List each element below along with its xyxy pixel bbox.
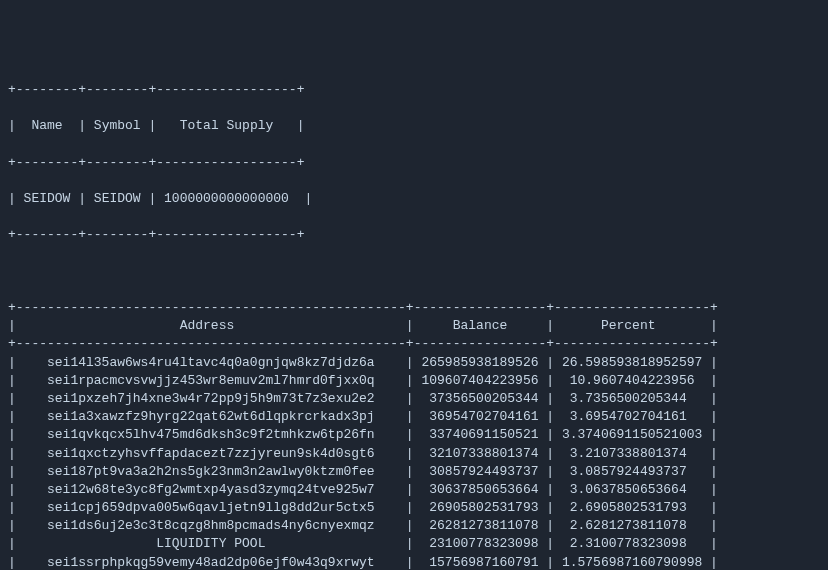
token-name: SEIDOW (24, 191, 71, 206)
spacer (8, 263, 820, 281)
col-header-supply: Total Supply (180, 118, 274, 133)
holders-table-row: | sei1pxzeh7jh4xne3w4r72pp9j5h9m73t7z3ex… (8, 390, 820, 408)
token-table-border-mid: +--------+--------+------------------+ (8, 154, 820, 172)
col-header-name: Name (31, 118, 62, 133)
holders-table-row: | sei1rpacmcvsvwjjz453wr8emuv2ml7hmrd0fj… (8, 372, 820, 390)
token-table-data-row: | SEIDOW | SEIDOW | 1000000000000000 | (8, 190, 820, 208)
holders-table-row: | sei1ds6uj2e3c3t8cqzg8hm8pcmads4ny6cnye… (8, 517, 820, 535)
holders-table-row: | sei1a3xawzfz9hyrg22qat62wt6dlqpkrcrkad… (8, 408, 820, 426)
token-table-header-row: | Name | Symbol | Total Supply | (8, 117, 820, 135)
token-symbol: SEIDOW (94, 191, 141, 206)
holders-table-row: | sei1ssrphpkqg59vemy48ad2dp06ejf0w43q9x… (8, 554, 820, 570)
holders-table-row: | sei187pt9va3a2h2ns5gk23nm3n2awlwy0ktzm… (8, 463, 820, 481)
token-table-border-bot: +--------+--------+------------------+ (8, 226, 820, 244)
holders-table-row: | sei14l35aw6ws4ru4ltavc4q0a0gnjqw8kz7dj… (8, 354, 820, 372)
holders-table-row: | sei1cpj659dpva005w6qavljetn9llg8dd2ur5… (8, 499, 820, 517)
holders-table: +---------------------------------------… (8, 299, 820, 570)
col-header-symbol: Symbol (94, 118, 141, 133)
token-supply: 1000000000000000 (164, 191, 289, 206)
holders-table-border-mid: +---------------------------------------… (8, 335, 820, 353)
holders-table-row: | sei1qxctzyhsvffapdacezt7zzjyreun9sk4d0… (8, 445, 820, 463)
holders-table-header-row: | Address | Balance | Percent | (8, 317, 820, 335)
holders-table-row: | sei12w68te3yc8fg2wmtxp4yasd3zymq24tve9… (8, 481, 820, 499)
holders-table-row: | LIQUIDITY POOL | 23100778323098 | 2.31… (8, 535, 820, 553)
holders-table-border-top: +---------------------------------------… (8, 299, 820, 317)
holders-table-row: | sei1qvkqcx5lhv475md6dksh3c9f2tmhkzw6tp… (8, 426, 820, 444)
token-table-border-top: +--------+--------+------------------+ (8, 81, 820, 99)
